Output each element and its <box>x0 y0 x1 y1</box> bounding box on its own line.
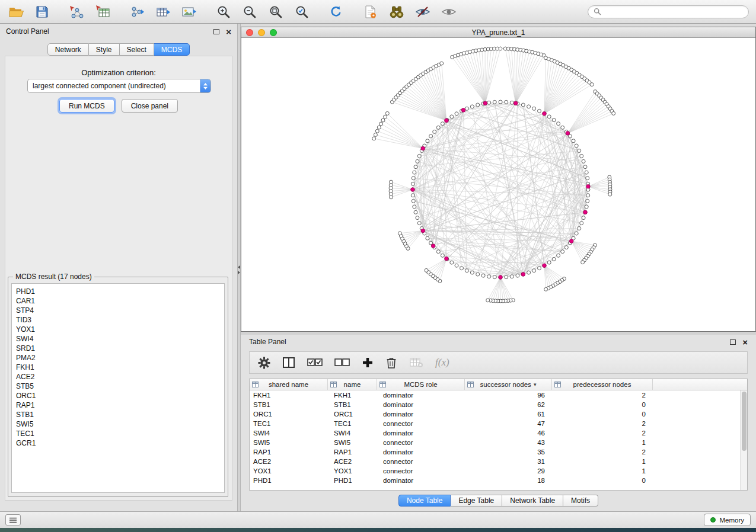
result-node[interactable]: TID3 <box>16 315 224 325</box>
float-panel-icon[interactable] <box>213 29 219 34</box>
result-node[interactable]: STB5 <box>16 382 224 391</box>
table-cell: connector <box>377 467 465 475</box>
mcds-tab-content: Optimization criterion: largest connecte… <box>5 56 232 501</box>
table-row[interactable]: ORC1ORC1dominator610 <box>250 409 740 419</box>
import-table-icon <box>95 5 110 19</box>
table-row[interactable]: PHD1PHD1dominator180 <box>250 476 740 485</box>
table-cell: TEC1 <box>328 420 377 427</box>
plus-icon <box>362 357 374 368</box>
tab-style[interactable]: Style <box>89 43 120 56</box>
export-network-button[interactable] <box>128 3 146 21</box>
table-cell: connector <box>377 439 465 446</box>
table-cell: dominator <box>377 401 465 408</box>
network-window-titlebar[interactable]: YPA_prune.txt_1 <box>241 27 755 38</box>
column-header-name[interactable]: name <box>328 379 377 390</box>
result-node[interactable]: STP4 <box>16 306 224 315</box>
memory-button[interactable]: Memory <box>704 514 751 526</box>
window-zoom-button[interactable] <box>270 29 277 36</box>
float-table-panel-icon[interactable] <box>730 339 736 345</box>
add-column-button[interactable] <box>362 354 374 371</box>
result-node[interactable]: STB1 <box>16 410 224 419</box>
search-field[interactable] <box>588 5 749 18</box>
select-all-icon <box>307 357 323 368</box>
control-panel-titlebar: Control Panel × <box>0 24 237 39</box>
search-input[interactable] <box>604 8 743 16</box>
result-node[interactable]: TEC1 <box>16 429 224 438</box>
window-close-button[interactable] <box>246 29 253 36</box>
table-scrollbar-thumb[interactable] <box>742 392 747 451</box>
column-header-shared-name[interactable]: shared name <box>250 379 328 390</box>
select-all-button[interactable] <box>307 354 323 371</box>
zoom-in-button[interactable] <box>215 3 232 21</box>
run-mcds-button[interactable]: Run MCDS <box>59 99 114 113</box>
criterion-dropdown[interactable]: largest connected component (undirected) <box>27 79 211 93</box>
result-node[interactable]: FKH1 <box>16 363 224 372</box>
tab-network-table[interactable]: Network Table <box>502 495 563 507</box>
close-mcds-panel-button[interactable]: Close panel <box>122 99 178 113</box>
node-table-body: FKH1FKH1dominator962STB1STB1dominator620… <box>250 390 740 490</box>
import-table-button[interactable] <box>94 3 111 21</box>
table-row[interactable]: STB1STB1dominator620 <box>250 400 740 409</box>
result-node[interactable]: SRD1 <box>16 344 224 353</box>
gear-icon <box>258 357 270 369</box>
tab-node-table[interactable]: Node Table <box>398 495 451 507</box>
table-panel-titlebar: Table Panel × <box>241 335 756 349</box>
open-file-button[interactable] <box>7 3 25 21</box>
deselect-all-button[interactable] <box>334 354 350 371</box>
table-cell: 43 <box>465 439 552 446</box>
network-canvas[interactable] <box>241 38 755 331</box>
table-row[interactable]: SWI5SWI5connector431 <box>250 438 740 447</box>
column-header-successor-nodes[interactable]: successor nodes▾ <box>465 379 552 390</box>
result-node[interactable]: ORC1 <box>16 391 224 400</box>
splitter-handle-icon[interactable] <box>238 265 240 274</box>
result-node[interactable]: GCR1 <box>16 438 224 448</box>
sort-caret-icon: ▾ <box>534 382 537 387</box>
find-button[interactable] <box>388 3 406 21</box>
result-node[interactable]: ACE2 <box>16 372 224 382</box>
import-network-button[interactable] <box>68 3 85 21</box>
show-elements-button[interactable] <box>440 3 458 21</box>
table-row[interactable]: RAP1RAP1dominator352 <box>250 447 740 457</box>
column-header-predecessor-nodes[interactable]: predecessor nodes <box>552 379 653 390</box>
window-minimize-button[interactable] <box>258 29 265 36</box>
table-scrollbar[interactable] <box>740 390 747 490</box>
zoom-fit-button[interactable] <box>267 3 285 21</box>
table-row[interactable]: FKH1FKH1dominator962 <box>250 390 740 400</box>
show-columns-button[interactable] <box>282 354 295 371</box>
export-network-icon <box>129 5 145 19</box>
table-cell: 46 <box>465 430 552 437</box>
close-table-panel-icon[interactable]: × <box>742 338 748 347</box>
column-header-MCDS-role[interactable]: MCDS role <box>377 379 465 390</box>
refresh-view-button[interactable] <box>327 3 345 21</box>
result-node[interactable]: PHD1 <box>16 287 224 296</box>
share-document-button[interactable] <box>362 3 379 21</box>
result-node[interactable]: CAR1 <box>16 296 224 306</box>
result-node[interactable]: RAP1 <box>16 400 224 410</box>
table-cell: 62 <box>465 401 552 408</box>
result-node[interactable]: YOX1 <box>16 325 224 334</box>
zoom-out-button[interactable] <box>241 3 259 21</box>
table-row[interactable]: YOX1YOX1connector291 <box>250 466 740 476</box>
export-image-button[interactable] <box>180 3 198 21</box>
table-settings-button[interactable] <box>258 354 270 371</box>
result-node[interactable]: PMA2 <box>16 353 224 363</box>
task-history-button[interactable] <box>5 514 21 525</box>
table-cell: YOX1 <box>328 467 377 475</box>
delete-column-button[interactable] <box>385 354 397 371</box>
application-window: Control Panel × NetworkStyleSelectMCDS O… <box>0 0 756 532</box>
save-session-button[interactable] <box>33 3 51 21</box>
tab-edge-table[interactable]: Edge Table <box>451 495 502 507</box>
tab-network[interactable]: Network <box>47 43 89 56</box>
tab-select[interactable]: Select <box>120 43 154 56</box>
export-table-button[interactable] <box>154 3 172 21</box>
zoom-selected-button[interactable] <box>293 3 311 21</box>
tab-motifs[interactable]: Motifs <box>563 495 598 507</box>
table-row[interactable]: ACE2ACE2connector311 <box>250 457 740 466</box>
close-panel-icon[interactable]: × <box>226 27 231 36</box>
table-row[interactable]: TEC1TEC1connector472 <box>250 419 740 428</box>
result-node[interactable]: SWI5 <box>16 419 224 429</box>
tab-mcds[interactable]: MCDS <box>154 43 190 56</box>
table-row[interactable]: SWI4SWI4dominator462 <box>250 428 740 438</box>
result-node[interactable]: SWI4 <box>16 334 224 344</box>
hide-elements-button[interactable] <box>414 3 432 21</box>
